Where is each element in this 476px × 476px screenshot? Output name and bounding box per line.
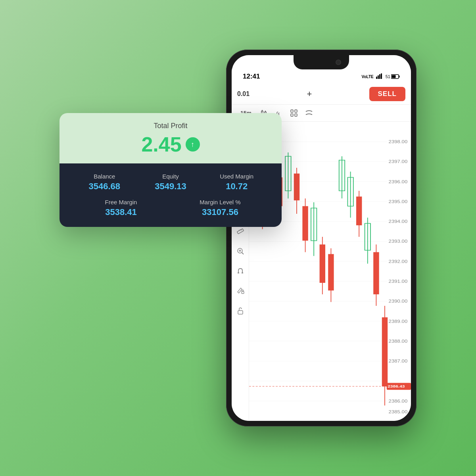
stat-margin-level: Margin Level % 33107.56 — [171, 199, 270, 217]
svg-text:2392.00: 2392.00 — [389, 259, 408, 264]
more-icon[interactable] — [303, 107, 315, 119]
profit-card-top: Total Profit 2.45 ↑ — [60, 113, 282, 163]
svg-text:2386.43: 2386.43 — [388, 384, 405, 388]
svg-text:2389.00: 2389.00 — [389, 319, 408, 324]
svg-rect-0 — [376, 77, 377, 79]
svg-text:2390.00: 2390.00 — [389, 299, 408, 304]
stat-equity: Equity 3549.13 — [138, 173, 204, 192]
svg-text:2391.00: 2391.00 — [389, 279, 408, 284]
lock-draw-icon[interactable] — [235, 285, 246, 296]
zoom-tool-icon[interactable] — [235, 246, 246, 257]
signal-icon — [376, 73, 383, 80]
phone: 12:41 VoLTE 51 — [226, 50, 416, 426]
balance-label: Balance — [71, 173, 138, 180]
free-margin-label: Free Margin — [71, 199, 171, 205]
margin-level-label: Margin Level % — [171, 199, 270, 205]
add-button[interactable]: + — [307, 89, 312, 99]
svg-text:2388.00: 2388.00 — [389, 339, 408, 344]
margin-level-value: 33107.56 — [171, 207, 270, 217]
stats-row-2: Free Margin 3538.41 Margin Level % 33107… — [71, 199, 270, 217]
phone-notch — [294, 55, 349, 69]
svg-rect-40 — [242, 292, 244, 294]
svg-text:2396.00: 2396.00 — [389, 179, 408, 184]
svg-rect-68 — [302, 206, 308, 241]
profit-value: 2.45 — [141, 132, 181, 156]
profit-card-bottom: Balance 3546.68 Equity 3549.13 Used Marg… — [60, 163, 282, 227]
volte-icon: VoLTE — [362, 75, 374, 79]
trade-price: 0.01 — [237, 90, 250, 98]
stat-used-margin: Used Margin 10.72 — [203, 173, 270, 192]
svg-text:2395.00: 2395.00 — [389, 199, 408, 204]
trade-toolbar: 0.01 + SELL — [232, 84, 411, 105]
stat-free-margin: Free Margin 3538.41 — [71, 199, 171, 217]
profit-label: Total Profit — [71, 122, 270, 130]
svg-text:2398.00: 2398.00 — [389, 139, 408, 144]
svg-rect-80 — [356, 197, 362, 226]
ruler-tool-icon[interactable] — [235, 226, 246, 237]
profit-card: Total Profit 2.45 ↑ Balance 3546.68 Equi… — [60, 113, 282, 227]
svg-line-33 — [241, 229, 242, 230]
status-icons: VoLTE 51 — [362, 73, 400, 80]
svg-line-35 — [242, 253, 244, 255]
svg-rect-14 — [291, 110, 293, 112]
sell-button[interactable]: SELL — [369, 87, 405, 101]
svg-rect-5 — [399, 76, 400, 78]
profit-arrow-icon: ↑ — [186, 137, 200, 152]
svg-rect-41 — [238, 311, 243, 314]
svg-text:2385.00: 2385.00 — [389, 409, 408, 414]
svg-rect-66 — [294, 174, 299, 201]
svg-text:2394.00: 2394.00 — [389, 219, 408, 224]
svg-rect-16 — [291, 114, 293, 116]
status-time: 12:41 — [243, 73, 260, 81]
svg-rect-3 — [381, 73, 382, 79]
svg-rect-74 — [328, 254, 334, 291]
svg-rect-6 — [392, 75, 396, 78]
svg-rect-84 — [373, 252, 379, 294]
battery-icon: 51 — [386, 74, 400, 79]
free-margin-value: 3538.41 — [71, 207, 171, 217]
used-margin-label: Used Margin — [203, 173, 270, 180]
equity-value: 3549.13 — [138, 181, 204, 192]
camera-icon — [336, 60, 341, 65]
scene: Total Profit 2.45 ↑ Balance 3546.68 Equi… — [60, 50, 416, 426]
svg-text:2386.00: 2386.00 — [389, 399, 408, 403]
stats-row-1: Balance 3546.68 Equity 3549.13 Used Marg… — [71, 173, 270, 192]
used-margin-value: 10.72 — [203, 181, 270, 192]
unlock-icon[interactable] — [235, 305, 246, 316]
svg-rect-17 — [295, 114, 297, 116]
svg-text:2387.00: 2387.00 — [389, 359, 408, 363]
grid-icon[interactable] — [288, 107, 300, 119]
svg-rect-15 — [295, 110, 297, 112]
balance-value: 3546.68 — [71, 181, 138, 192]
magnet-tool-icon[interactable] — [235, 265, 246, 276]
profit-value-row: 2.45 ↑ — [71, 132, 270, 156]
svg-text:2397.00: 2397.00 — [389, 159, 408, 164]
svg-rect-86 — [382, 317, 388, 386]
svg-text:2393.00: 2393.00 — [389, 239, 408, 244]
svg-rect-1 — [378, 75, 379, 79]
stat-balance: Balance 3546.68 — [71, 173, 138, 192]
phone-screen: 12:41 VoLTE 51 — [232, 55, 411, 421]
svg-rect-72 — [320, 244, 325, 283]
equity-label: Equity — [138, 173, 204, 180]
svg-rect-2 — [379, 74, 380, 79]
